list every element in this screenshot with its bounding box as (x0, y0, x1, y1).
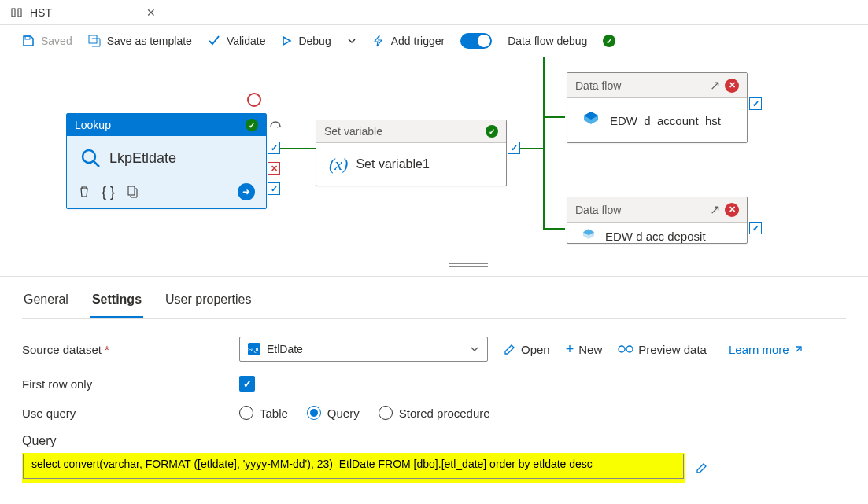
node-header: Set variable ✓ (316, 120, 506, 143)
delete-icon[interactable] (78, 186, 90, 198)
braces-icon[interactable]: { } (102, 184, 115, 200)
activity-name: LkpEtldate (109, 150, 176, 167)
resize-handle[interactable] (449, 263, 488, 267)
set-variable-activity[interactable]: Set variable ✓ (x) Set variable1 (316, 120, 507, 186)
success-port[interactable]: ✓ (508, 142, 520, 154)
properties-tabs: General Settings User properties (22, 286, 846, 319)
use-query-row: Use query Table Query Stored procedure (22, 406, 846, 420)
chevron-down-icon (470, 344, 479, 354)
query-label: Query (22, 434, 846, 448)
data-flow-debug-toggle[interactable] (460, 33, 492, 49)
learn-more-link[interactable]: Learn more (729, 343, 803, 356)
success-port[interactable]: ✓ (268, 142, 280, 154)
debug-button[interactable]: Debug (281, 35, 331, 47)
pencil-icon (504, 343, 516, 355)
external-link-icon (794, 344, 803, 354)
trigger-icon (372, 35, 385, 47)
plus-icon: + (566, 341, 574, 358)
tab-user-properties[interactable]: User properties (164, 286, 253, 318)
copy-icon[interactable] (126, 186, 139, 198)
node-header: Lookup ✓ (67, 114, 266, 136)
template-icon (88, 35, 101, 47)
play-icon (281, 35, 292, 46)
source-dataset-label: Source dataset * (22, 343, 239, 356)
fail-port[interactable]: ✕ (268, 162, 280, 175)
tab-settings[interactable]: Settings (90, 286, 143, 318)
radio-query[interactable]: Query (307, 406, 360, 420)
connector (279, 148, 316, 149)
open-button[interactable]: Open (504, 343, 550, 356)
activity-name: EDW_d_account_hst (610, 114, 721, 127)
complete-port[interactable]: ✓ (268, 182, 280, 195)
lookup-icon (79, 147, 102, 169)
add-trigger-button[interactable]: Add trigger (372, 35, 445, 47)
properties-panel: General Settings User properties Source … (0, 277, 868, 492)
svg-rect-6 (128, 186, 135, 195)
first-row-only-checkbox[interactable]: ✓ (239, 376, 255, 392)
svg-rect-0 (12, 9, 15, 17)
svg-line-5 (94, 161, 99, 167)
data-flow-debug-label: Data flow debug (508, 35, 587, 47)
status-indicator (247, 93, 261, 107)
chevron-down-icon (347, 36, 356, 46)
tab-title: HST (30, 6, 52, 19)
svg-point-8 (626, 346, 633, 352)
node-footer: { } ➜ (67, 177, 266, 208)
tab-general[interactable]: General (22, 286, 70, 318)
arrow-icon[interactable]: ➜ (238, 183, 255, 200)
popout-icon[interactable]: ↗ (710, 202, 720, 217)
success-port[interactable]: ✓ (749, 97, 762, 110)
activity-name: EDW d acc deposit (605, 230, 706, 243)
svg-rect-1 (18, 9, 21, 17)
source-dataset-row: Source dataset * SQL EtlDate Open + New … (22, 337, 846, 362)
save-as-template-button[interactable]: Save as template (88, 35, 192, 47)
variable-icon: (x) (329, 154, 348, 175)
debug-status-icon: ✓ (603, 35, 615, 47)
sql-icon: SQL (248, 343, 260, 355)
success-port[interactable]: ✓ (749, 222, 762, 234)
svg-point-7 (619, 346, 625, 352)
debug-dropdown[interactable] (347, 36, 356, 46)
first-row-only-label: First row only (22, 377, 239, 391)
svg-point-4 (83, 150, 95, 163)
check-icon (208, 35, 220, 47)
popout-icon[interactable]: ↗ (710, 78, 720, 93)
pipeline-icon (11, 7, 22, 18)
pipeline-tab[interactable]: HST ✕ (5, 3, 162, 22)
saved-status: Saved (22, 35, 72, 47)
source-dataset-select[interactable]: SQL EtlDate (239, 337, 488, 362)
query-input[interactable]: select convert(varchar, FORMAT ([etldate… (23, 454, 684, 479)
node-body: (x) Set variable1 (316, 143, 506, 186)
toolbar: Saved Save as template Validate Debug Ad… (0, 25, 868, 57)
error-icon: ✕ (725, 203, 739, 217)
pipeline-canvas[interactable]: Lookup ✓ LkpEtldate { } ➜ ✓ ✕ ✓ Set vari… (0, 57, 868, 277)
node-body: LkpEtldate (67, 136, 266, 177)
use-query-radio-group: Table Query Stored procedure (239, 406, 490, 420)
dataflow-activity-2[interactable]: Data flow ↗ ✕ EDW d acc deposit (567, 197, 748, 244)
success-icon: ✓ (246, 119, 258, 131)
dataflow-activity-1[interactable]: Data flow ↗ ✕ EDW_d_account_hst (567, 72, 748, 143)
connector (543, 228, 565, 230)
preview-icon (618, 344, 633, 355)
activity-name: Set variable1 (356, 157, 429, 171)
dataflow-icon (580, 109, 602, 131)
lookup-activity[interactable]: Lookup ✓ LkpEtldate { } ➜ (66, 113, 267, 209)
preview-data-button[interactable]: Preview data (618, 343, 707, 356)
node-header: Data flow ↗ ✕ (567, 73, 747, 98)
query-row: Query select convert(varchar, FORMAT ([e… (22, 434, 846, 483)
edit-query-icon[interactable] (696, 462, 708, 474)
tab-bar: HST ✕ (0, 0, 868, 25)
radio-stored-procedure[interactable]: Stored procedure (379, 406, 490, 420)
new-button[interactable]: + New (566, 341, 603, 358)
close-icon[interactable]: ✕ (146, 6, 156, 19)
expand-icon[interactable] (269, 120, 282, 133)
save-icon (22, 35, 35, 47)
node-body: EDW_d_account_hst (567, 98, 747, 142)
node-body: EDW d acc deposit (567, 223, 747, 244)
connector (543, 116, 565, 118)
error-icon: ✕ (725, 79, 739, 93)
radio-table[interactable]: Table (239, 406, 288, 420)
validate-button[interactable]: Validate (208, 35, 266, 47)
node-header: Data flow ↗ ✕ (567, 197, 747, 223)
success-icon: ✓ (486, 125, 498, 138)
